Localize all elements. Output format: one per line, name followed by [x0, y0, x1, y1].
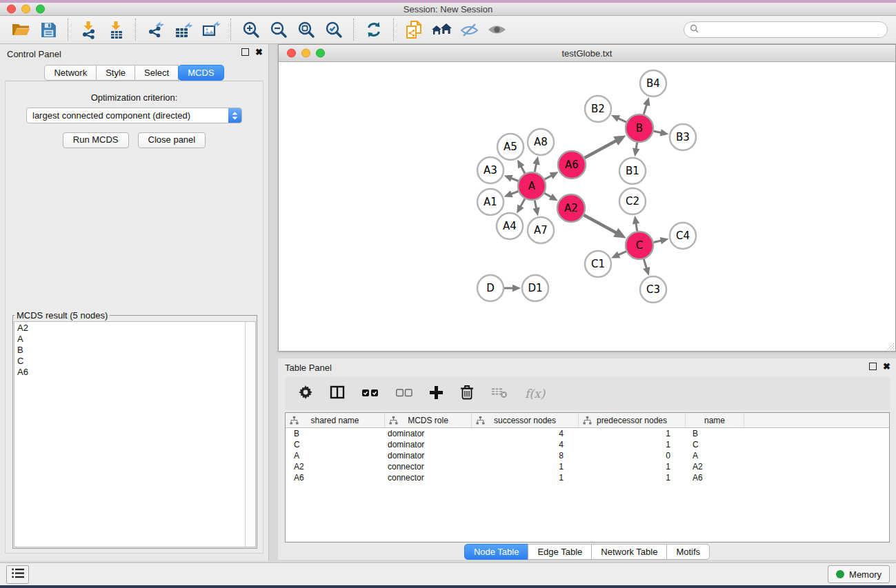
- mcds-result-item[interactable]: A: [14, 334, 245, 345]
- mcds-result-item[interactable]: B: [14, 345, 245, 356]
- table-cell[interactable]: 1: [472, 472, 579, 483]
- tab-network[interactable]: Network: [44, 65, 97, 81]
- close-table-panel-icon[interactable]: ✖: [883, 363, 890, 370]
- graph-edge-A-A8[interactable]: [532, 156, 539, 172]
- graph-node-D1[interactable]: D1: [522, 275, 548, 301]
- close-panel-button[interactable]: Close panel: [138, 132, 206, 148]
- graph-edge-A-A5[interactable]: [517, 159, 525, 173]
- graph-node-C4[interactable]: C4: [670, 223, 696, 249]
- graph-edge-B-B3[interactable]: [654, 129, 669, 136]
- table-cell[interactable]: 8: [472, 450, 579, 461]
- zoom-out-button[interactable]: [265, 18, 292, 41]
- table-cell[interactable]: A: [286, 450, 385, 461]
- table-row[interactable]: Cdominator41C: [286, 439, 889, 450]
- table-cell[interactable]: 1: [579, 472, 686, 483]
- graph-node-A7[interactable]: A7: [528, 217, 554, 243]
- graph-edge-C-C3[interactable]: [643, 259, 650, 276]
- column-header-successor-nodes[interactable]: successor nodes: [472, 413, 579, 427]
- graph-edge-A-A4[interactable]: [517, 199, 525, 213]
- graph-node-A2[interactable]: A2: [557, 194, 585, 222]
- graph-node-B4[interactable]: B4: [640, 70, 666, 97]
- table-cell[interactable]: B: [686, 428, 744, 439]
- graph-edge-A-A1[interactable]: [504, 190, 519, 197]
- graph-edge-A6-B[interactable]: [584, 135, 626, 158]
- open-session-button[interactable]: [7, 18, 34, 41]
- network-maximize-button[interactable]: [316, 49, 325, 58]
- table-cell[interactable]: 4: [472, 428, 579, 439]
- column-header-MCDS-role[interactable]: MCDS role: [385, 413, 472, 427]
- minimize-window-button[interactable]: [21, 5, 30, 14]
- graph-edge-C-C2[interactable]: [633, 216, 639, 232]
- table-cell[interactable]: 1: [579, 428, 686, 439]
- task-history-button[interactable]: [6, 565, 29, 584]
- graph-node-A3[interactable]: A3: [477, 157, 504, 183]
- run-mcds-button[interactable]: Run MCDS: [63, 132, 129, 148]
- graph-node-C1[interactable]: C1: [585, 251, 611, 277]
- table-settings-button[interactable]: [299, 385, 312, 402]
- tab-style[interactable]: Style: [96, 65, 135, 81]
- copy-network-view-button[interactable]: [400, 18, 428, 41]
- table-cell[interactable]: A6: [686, 472, 744, 483]
- network-close-button[interactable]: [287, 49, 296, 58]
- table-cell[interactable]: connector: [385, 461, 472, 472]
- graph-node-B2[interactable]: B2: [585, 96, 611, 122]
- maximize-window-button[interactable]: [36, 5, 45, 14]
- table-cell[interactable]: C: [286, 439, 385, 450]
- deselect-all-button[interactable]: [396, 387, 412, 400]
- tab-motifs[interactable]: Motifs: [666, 544, 710, 560]
- tab-select[interactable]: Select: [135, 65, 179, 81]
- float-table-panel-icon[interactable]: [869, 363, 877, 370]
- table-cell[interactable]: 0: [579, 450, 686, 461]
- table-cell[interactable]: C: [686, 439, 744, 450]
- zoom-in-button[interactable]: [237, 18, 265, 41]
- search-field[interactable]: [684, 21, 888, 38]
- graph-node-B3[interactable]: B3: [670, 124, 696, 150]
- table-cell[interactable]: A2: [286, 461, 385, 472]
- import-network-button[interactable]: [74, 18, 102, 41]
- tab-node-table[interactable]: Node Table: [464, 544, 529, 560]
- search-input[interactable]: [702, 24, 882, 36]
- graph-edge-B-B4[interactable]: [643, 97, 650, 114]
- network-window-titlebar[interactable]: testGlobe.txt: [279, 45, 895, 62]
- network-canvas[interactable]: B4B2BB3A8A5A6A3B1AA1C2A2A4A7C4CC1C3DD1: [279, 62, 895, 351]
- close-window-button[interactable]: [7, 5, 16, 14]
- close-panel-icon[interactable]: ✖: [255, 48, 263, 56]
- export-table-button[interactable]: [170, 18, 197, 41]
- table-row[interactable]: A2connector11A2: [286, 461, 889, 472]
- table-cell[interactable]: dominator: [385, 450, 472, 461]
- memory-button[interactable]: Memory: [828, 565, 890, 583]
- table-cell[interactable]: 1: [472, 461, 579, 472]
- show-graphics-details-button[interactable]: [483, 18, 510, 41]
- graph-node-B1[interactable]: B1: [619, 158, 646, 184]
- table-cell[interactable]: 4: [472, 439, 579, 450]
- graph-edge-C-C1[interactable]: [611, 252, 626, 258]
- graph-edge-A-A6[interactable]: [545, 172, 559, 179]
- export-image-button[interactable]: [197, 18, 225, 41]
- zoom-selected-button[interactable]: [320, 18, 348, 41]
- table-cell[interactable]: connector: [385, 472, 472, 483]
- network-minimize-button[interactable]: [301, 49, 310, 58]
- graph-node-A[interactable]: A: [518, 172, 546, 200]
- tab-network-table[interactable]: Network Table: [591, 544, 667, 560]
- tab-edge-table[interactable]: Edge Table: [528, 544, 592, 560]
- table-cell[interactable]: dominator: [385, 428, 472, 439]
- mcds-result-item[interactable]: C: [14, 356, 245, 367]
- table-row[interactable]: Adominator80A: [286, 450, 889, 461]
- float-panel-icon[interactable]: [241, 48, 249, 56]
- window-resize-grip[interactable]: [886, 341, 895, 350]
- criterion-dropdown[interactable]: largest connected component (directed): [26, 108, 242, 123]
- graph-node-A8[interactable]: A8: [528, 129, 554, 155]
- zoom-fit-button[interactable]: [292, 18, 320, 41]
- table-cell[interactable]: A: [686, 450, 744, 461]
- add-column-button[interactable]: [430, 386, 443, 402]
- graph-edge-B-B2[interactable]: [611, 115, 626, 122]
- mcds-list-scrollbar[interactable]: [245, 322, 255, 547]
- graph-node-C3[interactable]: C3: [640, 276, 666, 303]
- graph-edge-C-C4[interactable]: [653, 237, 668, 244]
- table-cell[interactable]: A2: [686, 461, 744, 472]
- graph-edge-A-A2[interactable]: [544, 193, 558, 201]
- graph-node-A6[interactable]: A6: [558, 151, 586, 179]
- column-settings-button[interactable]: [330, 385, 345, 402]
- graph-node-C2[interactable]: C2: [619, 188, 646, 214]
- graph-edge-A2-C[interactable]: [584, 215, 626, 238]
